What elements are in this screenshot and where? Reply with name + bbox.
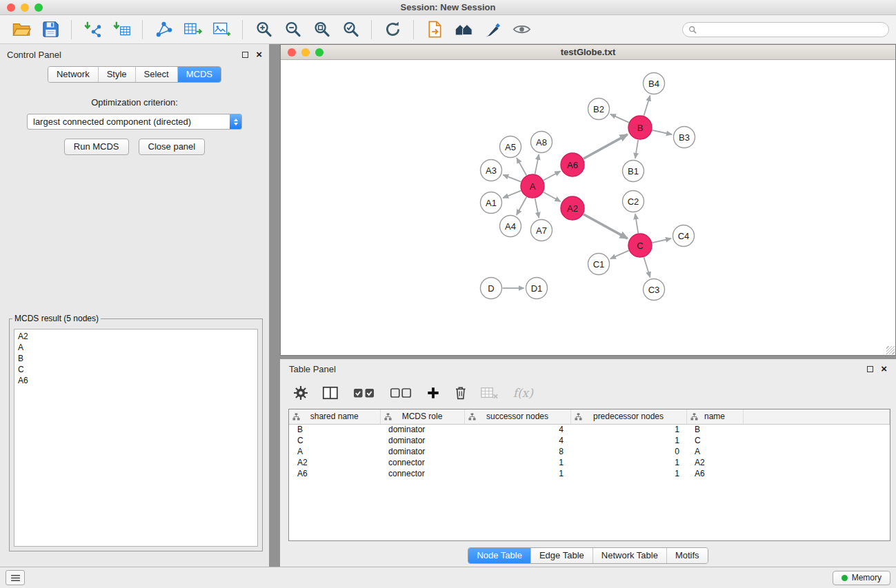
table-cell[interactable]: connector <box>380 468 464 479</box>
table-cell[interactable]: B <box>686 424 743 435</box>
function-builder-icon[interactable]: f(x) <box>513 386 533 400</box>
run-mcds-button[interactable]: Run MCDS <box>64 139 129 155</box>
zoom-out-icon[interactable] <box>281 19 304 40</box>
node-A7[interactable]: A7 <box>531 220 552 241</box>
edge-A-A1[interactable] <box>503 191 521 198</box>
node-A1[interactable]: A1 <box>481 192 502 214</box>
gear-icon[interactable] <box>294 386 308 400</box>
select-all-icon[interactable] <box>353 386 375 400</box>
node-A4[interactable]: A4 <box>500 216 521 237</box>
table-cell[interactable]: C <box>686 435 743 446</box>
node-B4[interactable]: B4 <box>644 73 665 94</box>
zoom-in-icon[interactable] <box>252 19 275 40</box>
table-tab-network-table[interactable]: Network Table <box>593 548 666 563</box>
node-C3[interactable]: C3 <box>644 279 665 301</box>
node-D1[interactable]: D1 <box>526 278 548 299</box>
open-folder-icon[interactable] <box>10 19 33 40</box>
node-A2[interactable]: A2 <box>561 196 584 220</box>
zoom-selected-icon[interactable] <box>339 19 362 40</box>
edge-A-A2[interactable] <box>544 192 561 202</box>
table-cell[interactable]: 0 <box>570 446 686 457</box>
optimization-dropdown[interactable]: largest connected component (directed) <box>27 114 242 130</box>
node-A[interactable]: A <box>521 174 544 198</box>
network-close-icon[interactable] <box>288 48 296 57</box>
refresh-icon[interactable] <box>381 19 404 40</box>
table-tab-node-table[interactable]: Node Table <box>468 548 530 563</box>
table-cell[interactable]: 1 <box>570 457 686 468</box>
edge-B-B3[interactable] <box>653 130 672 134</box>
table-cell[interactable]: dominator <box>380 424 464 435</box>
export-image-icon[interactable] <box>210 19 233 40</box>
control-panel-tab-network[interactable]: Network <box>48 67 98 82</box>
close-panel-button[interactable]: Close panel <box>139 139 206 155</box>
edge-A-A7[interactable] <box>535 199 539 218</box>
node-B3[interactable]: B3 <box>674 127 695 148</box>
node-A3[interactable]: A3 <box>481 160 502 181</box>
mcds-result-item[interactable]: A <box>18 342 254 353</box>
minimize-window-icon[interactable] <box>21 3 29 12</box>
edge-A-A4[interactable] <box>517 197 526 215</box>
edge-B-B1[interactable] <box>635 140 638 159</box>
node-C4[interactable]: C4 <box>673 225 695 247</box>
network-icon[interactable] <box>152 19 175 40</box>
node-A6[interactable]: A6 <box>561 153 584 176</box>
import-table-icon[interactable] <box>110 19 133 40</box>
node-C2[interactable]: C2 <box>623 191 644 212</box>
table-row[interactable]: A6connector11A6 <box>289 468 890 479</box>
node-D[interactable]: D <box>481 278 502 299</box>
table-cell[interactable]: B <box>289 424 380 435</box>
control-panel-tab-mcds[interactable]: MCDS <box>177 67 221 82</box>
table-cell[interactable]: dominator <box>380 435 464 446</box>
node-B2[interactable]: B2 <box>588 99 610 120</box>
column-header-predecessor-nodes[interactable]: predecessor nodes <box>570 409 686 424</box>
mcds-result-item[interactable]: A2 <box>18 331 254 342</box>
table-cell[interactable]: A <box>686 446 743 457</box>
table-cell[interactable]: A <box>289 446 380 457</box>
edge-A-A8[interactable] <box>535 154 539 174</box>
table-tab-edge-table[interactable]: Edge Table <box>530 548 593 563</box>
table-cell[interactable]: A6 <box>289 468 380 479</box>
search-field[interactable] <box>682 22 889 37</box>
table-cell[interactable]: 1 <box>570 424 686 435</box>
node-C1[interactable]: C1 <box>588 254 610 275</box>
edge-C-C1[interactable] <box>610 250 629 258</box>
table-cell[interactable]: 1 <box>570 468 686 479</box>
table-tab-motifs[interactable]: Motifs <box>666 548 708 563</box>
mcds-result-item[interactable]: B <box>18 353 254 364</box>
edge-C-C3[interactable] <box>644 257 650 277</box>
panel-menu-button[interactable] <box>6 570 25 585</box>
edge-A6-B[interactable] <box>584 134 628 159</box>
column-header-name[interactable]: name <box>686 409 743 424</box>
eye-icon[interactable] <box>510 19 533 40</box>
node-B1[interactable]: B1 <box>623 161 644 182</box>
table-row[interactable]: Adominator80A <box>289 446 890 457</box>
close-window-icon[interactable] <box>7 3 15 12</box>
edge-A2-C[interactable] <box>584 214 628 239</box>
import-network-icon[interactable] <box>81 19 104 40</box>
edge-C-C4[interactable] <box>653 239 671 243</box>
float-panel-icon[interactable] <box>242 52 248 58</box>
mcds-result-item[interactable]: A6 <box>18 375 254 386</box>
delete-table-icon[interactable] <box>481 386 498 400</box>
table-cell[interactable]: A2 <box>686 457 743 468</box>
network-graph[interactable]: AA6A2BCA1A3A4A5A7A8B1B2B3B4C1C2C3C4DD1 <box>281 60 895 355</box>
edge-A-A3[interactable] <box>503 175 521 182</box>
table-cell[interactable]: connector <box>380 457 464 468</box>
columns-icon[interactable] <box>322 386 339 400</box>
search-input[interactable] <box>700 25 883 34</box>
delete-row-icon[interactable] <box>455 386 467 400</box>
table-cell[interactable]: A6 <box>686 468 743 479</box>
table-cell[interactable]: 1 <box>464 468 570 479</box>
column-header-successor-nodes[interactable]: successor nodes <box>464 409 570 424</box>
node-B[interactable]: B <box>628 116 652 139</box>
column-header-shared-name[interactable]: shared name <box>289 409 380 424</box>
save-icon[interactable] <box>39 19 62 40</box>
node-C[interactable]: C <box>628 234 652 257</box>
column-header-MCDS-role[interactable]: MCDS role <box>380 409 464 424</box>
edge-C-C2[interactable] <box>635 214 638 233</box>
table-cell[interactable]: 4 <box>464 435 570 446</box>
float-table-panel-icon[interactable] <box>867 366 873 372</box>
table-cell[interactable]: 4 <box>464 424 570 435</box>
table-cell[interactable]: 1 <box>464 457 570 468</box>
node-A5[interactable]: A5 <box>500 136 521 158</box>
